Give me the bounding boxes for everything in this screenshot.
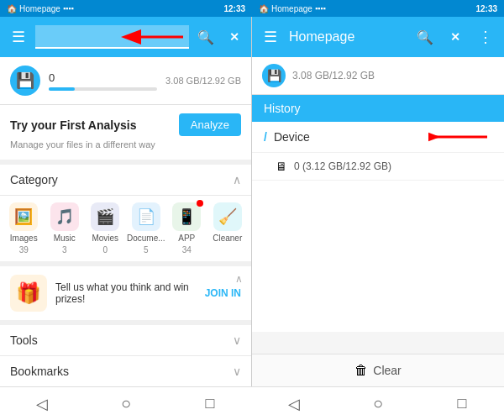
red-arrow-device [428, 129, 496, 145]
movies-count: 0 [102, 245, 108, 255]
home-status-icon: 🏠 [7, 4, 17, 13]
movies-icon: 🎬 [91, 202, 119, 231]
search-icon-left: 🔍 [197, 29, 214, 45]
music-count: 3 [62, 245, 67, 255]
app-badge [197, 200, 203, 207]
close-button-right[interactable]: ✕ [444, 25, 467, 49]
back-button-left[interactable]: ◁ [27, 389, 57, 419]
recents-button-left[interactable]: □ [195, 389, 225, 419]
more-icon-right: ⋮ [478, 28, 493, 46]
images-count: 39 [19, 245, 29, 255]
back-button-right[interactable]: ◁ [279, 389, 309, 419]
right-storage-bar: 💾 3.08 GB/12.92 GB [252, 57, 504, 95]
right-disk-icon: 💾 [267, 69, 281, 82]
promo-icon: 🎁 [10, 275, 47, 312]
storage-bar-bg [49, 87, 157, 91]
history-device-item[interactable]: / Device [252, 122, 504, 153]
gift-icon: 🎁 [16, 281, 41, 305]
clear-row[interactable]: 🗑 Clear [252, 354, 504, 386]
status-bar-left: 🏠 Homepage ▪▪▪▪ [7, 4, 74, 13]
device-label: Device [274, 130, 310, 144]
cat-movies[interactable]: 🎬 Movies 0 [85, 202, 126, 255]
signal-icons-r: ▪▪▪▪ [315, 4, 326, 13]
status-time: 12:33 [223, 4, 245, 13]
history-empty-area [252, 181, 504, 332]
search-button-left[interactable]: 🔍 [194, 25, 218, 49]
more-button-right[interactable]: ⋮ [474, 25, 497, 49]
docs-label: Docume... [127, 234, 165, 243]
music-icon: 🎵 [50, 202, 79, 231]
analyze-button[interactable]: Analyze [179, 113, 241, 136]
menu-button-right[interactable]: ☰ [259, 25, 282, 49]
bookmarks-chevron: ∨ [233, 365, 241, 378]
history-header: History [252, 95, 504, 122]
history-subitem-label: 0 (3.12 GB/12.92 GB) [294, 160, 391, 172]
category-grid: 🖼️ Images 39 🎵 Music 3 🎬 Movies 0 [0, 196, 251, 266]
menu-icon-left: ☰ [12, 28, 25, 46]
home-button-left[interactable]: ○ [111, 389, 141, 419]
storage-bar-fill [49, 87, 75, 91]
storage-used: 0 [49, 71, 157, 84]
storage-total: 3.08 GB/12.92 GB [165, 76, 241, 86]
analysis-subtitle: Manage your files in a different way [10, 139, 241, 150]
storage-info: 0 [49, 71, 157, 91]
search-icon-right: 🔍 [417, 29, 433, 45]
close-button-left[interactable]: ✕ [223, 25, 246, 49]
right-app-bar: ☰ Homepage 🔍 ✕ ⋮ [252, 17, 504, 57]
analysis-section: Try your First Analysis Analyze Manage y… [0, 105, 251, 165]
cat-app[interactable]: 📱 APP 34 [166, 202, 207, 255]
right-storage-icon: 💾 [262, 64, 286, 87]
app-count: 34 [182, 245, 192, 255]
menu-icon-right: ☰ [264, 28, 277, 46]
analysis-title: Try your First Analysis Analyze [10, 113, 241, 136]
category-title: Category [10, 173, 58, 186]
back-icon-right: ◁ [288, 395, 300, 413]
status-time-r: 12:33 [475, 4, 497, 13]
left-app-bar: ☰ 🔍 ✕ ⋮ [0, 17, 251, 57]
close-icon-left: ✕ [229, 30, 239, 44]
category-chevron: ∧ [233, 173, 241, 186]
trash-icon: 🗑 [354, 363, 368, 378]
disk-icon: 💾 [16, 71, 34, 90]
bottom-nav-left: ◁ ○ □ [0, 386, 252, 420]
tools-label: Tools [10, 333, 38, 347]
search-input[interactable] [35, 25, 189, 49]
promo-join-link[interactable]: JOIN IN [205, 287, 241, 299]
cleaner-label: Cleaner [213, 234, 242, 243]
promo-banner[interactable]: 🎁 Tell us what you think and win prizes!… [0, 266, 251, 325]
bookmarks-label: Bookmarks [10, 365, 69, 378]
menu-button-left[interactable]: ☰ [7, 25, 30, 49]
right-storage-total: 3.08 GB/12.92 GB [292, 70, 375, 81]
app-icon: 📱 [172, 202, 201, 231]
app-label: APP [178, 234, 195, 243]
status-bar-right-left: 🏠 Homepage ▪▪▪▪ [259, 4, 326, 13]
close-icon-right: ✕ [450, 30, 460, 44]
docs-count: 5 [144, 245, 149, 255]
recents-icon-left: □ [206, 395, 215, 412]
bottom-nav-right: ◁ ○ □ [252, 386, 504, 420]
home-status-icon-r: 🏠 [259, 4, 269, 13]
home-button-right[interactable]: ○ [363, 389, 393, 419]
cat-docs[interactable]: 📄 Docume... 5 [126, 202, 167, 255]
docs-icon: 📄 [132, 202, 160, 231]
images-label: Images [10, 234, 38, 243]
promo-chevron: ∧ [235, 273, 243, 285]
category-header[interactable]: Category ∧ [0, 165, 251, 196]
images-icon: 🖼️ [9, 202, 38, 231]
movies-label: Movies [92, 234, 118, 243]
recents-button-right[interactable]: □ [447, 389, 477, 419]
back-icon-left: ◁ [36, 395, 48, 413]
bookmarks-row[interactable]: Bookmarks ∨ [0, 356, 251, 386]
music-label: Music [54, 234, 76, 243]
cat-cleaner[interactable]: 🧹 Cleaner [207, 202, 249, 255]
promo-text: Tell us what you think and win prizes! [55, 281, 197, 305]
tools-chevron: ∨ [233, 333, 241, 347]
cat-images[interactable]: 🖼️ Images 39 [3, 202, 45, 255]
cat-music[interactable]: 🎵 Music 3 [45, 202, 86, 255]
history-container: History / Device [252, 95, 504, 332]
tools-row[interactable]: Tools ∨ [0, 325, 251, 356]
search-button-right[interactable]: 🔍 [413, 25, 437, 49]
monitor-icon: 🖥 [276, 160, 287, 173]
history-subitem[interactable]: 🖥 0 (3.12 GB/12.92 GB) [252, 153, 504, 181]
storage-icon: 💾 [10, 66, 40, 96]
